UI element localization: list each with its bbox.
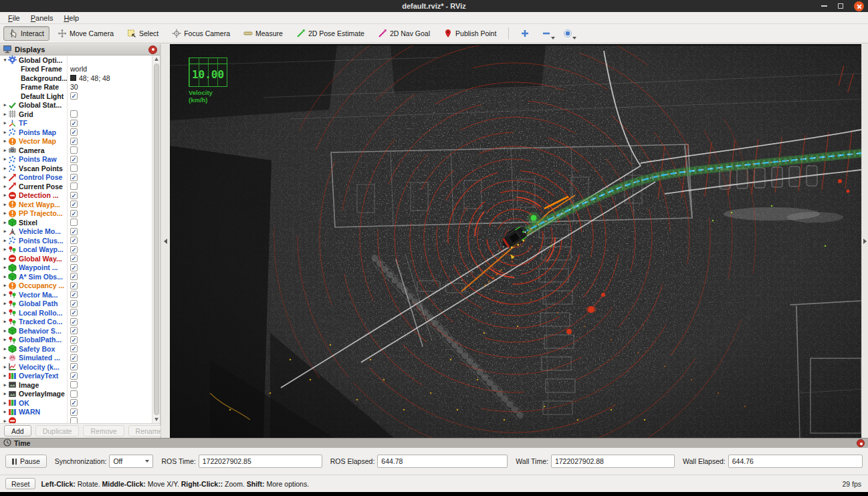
property-value[interactable]: 48; 48; 48 [79, 74, 110, 82]
tree-expand-icon[interactable]: ▸ [2, 292, 8, 297]
tree-expand-icon[interactable]: ▸ [2, 112, 8, 117]
tree-expand-icon[interactable]: ▸ [2, 319, 8, 324]
tree-expand-icon[interactable]: ▸ [2, 337, 8, 342]
publish-point-tool-button[interactable]: Publish Point [438, 26, 502, 41]
enabled-checkbox[interactable]: ✓ [70, 282, 78, 289]
display-row[interactable]: ▸Control Pose✓ [0, 173, 152, 182]
enabled-checkbox[interactable] [70, 219, 78, 226]
enabled-checkbox[interactable]: ✓ [70, 120, 78, 127]
enabled-checkbox[interactable]: ✓ [70, 192, 78, 199]
ros-time-input[interactable] [199, 455, 322, 468]
displays-scrollbar[interactable] [152, 55, 160, 423]
time-close-button[interactable] [857, 439, 865, 447]
menu-panels[interactable]: Panels [25, 13, 59, 23]
display-row[interactable]: ▸Stixel [0, 218, 152, 227]
pose-estimate-tool-button[interactable]: 2D Pose Estimate [291, 26, 370, 41]
display-row[interactable]: ▸GlobalPath...✓ [0, 336, 152, 345]
tree-expand-icon[interactable]: ▸ [2, 355, 8, 360]
display-row[interactable]: ▸Global Stat... [0, 101, 152, 110]
display-row[interactable]: ▸Detection ...✓ [0, 191, 152, 201]
enabled-checkbox[interactable] [70, 182, 78, 190]
pause-button[interactable]: Pause [5, 455, 47, 468]
display-row[interactable]: ▸A* Sim Obs...✓ [0, 272, 152, 281]
enabled-checkbox[interactable]: ✓ [70, 300, 78, 307]
display-row[interactable]: ▸Global Path✓ [0, 299, 152, 309]
measure-tool-button[interactable]: Measure [238, 26, 288, 41]
display-row[interactable]: ▸OverlayImage [0, 390, 152, 399]
display-row[interactable]: ▸OverlayText✓ [0, 372, 152, 381]
display-row[interactable]: ▸TF✓ [0, 119, 152, 128]
menu-file[interactable]: File [3, 13, 25, 23]
tree-expand-icon[interactable]: ▸ [2, 220, 8, 225]
enabled-checkbox[interactable] [70, 110, 78, 118]
tree-expand-icon[interactable]: ▾ [2, 57, 8, 63]
tree-expand-icon[interactable]: ▸ [2, 211, 8, 216]
display-row[interactable]: ▾Global Opti... [0, 55, 152, 65]
wall-elapsed-input[interactable] [728, 455, 863, 468]
display-row[interactable]: ▸WARN✓ [0, 408, 152, 417]
tree-expand-icon[interactable]: ▸ [2, 364, 8, 370]
display-row[interactable]: ▸Global Way...✓ [0, 254, 152, 263]
display-row[interactable]: ▸Occupancy ...✓ [0, 281, 152, 291]
display-row[interactable]: ▸Points Map✓ [0, 128, 152, 137]
enabled-checkbox[interactable]: ✓ [70, 309, 78, 316]
tree-expand-icon[interactable]: ▸ [2, 202, 8, 207]
tree-expand-icon[interactable]: ▸ [2, 283, 8, 288]
enabled-checkbox[interactable]: ✓ [70, 92, 78, 100]
enabled-checkbox[interactable]: ✓ [70, 174, 78, 181]
display-row[interactable]: ▸Simulated ...✓ [0, 354, 152, 363]
display-row[interactable]: ▸Points Clus...✓ [0, 236, 152, 245]
display-row[interactable]: ▸Vehicle Mo...✓ [0, 227, 152, 237]
tree-expand-icon[interactable]: ▸ [2, 156, 8, 162]
enabled-checkbox[interactable]: ✓ [70, 201, 78, 208]
enabled-checkbox[interactable]: ✓ [70, 372, 78, 380]
enabled-checkbox[interactable]: ✓ [70, 408, 78, 416]
enabled-checkbox[interactable] [70, 146, 78, 154]
tree-expand-icon[interactable]: ▸ [2, 310, 8, 316]
tree-expand-icon[interactable]: ▸ [2, 382, 8, 388]
wall-time-input[interactable] [551, 455, 675, 468]
enabled-checkbox[interactable]: ✓ [70, 327, 78, 334]
enabled-checkbox[interactable]: ✓ [70, 255, 78, 262]
display-row[interactable]: ▸Safety Box✓ [0, 344, 152, 354]
display-row[interactable]: ▸Local Wayp...✓ [0, 245, 152, 255]
tree-expand-icon[interactable]: ▸ [2, 148, 8, 153]
display-row[interactable]: ▸Grid [0, 110, 152, 119]
display-row[interactable]: ▸Next Wayp...✓ [0, 200, 152, 209]
display-row[interactable]: ▸Velocity (k...✓ [0, 362, 152, 372]
property-row[interactable]: Default Light✓ [0, 92, 152, 101]
display-row[interactable]: ▸Points Raw✓ [0, 155, 152, 164]
synchronization-dropdown[interactable]: Off [109, 455, 153, 468]
property-row[interactable]: Frame Rate30 [0, 83, 152, 92]
tree-expand-icon[interactable]: ▸ [2, 174, 8, 180]
tree-expand-icon[interactable]: ▸ [2, 301, 8, 306]
display-row[interactable]: ▸Image [0, 380, 152, 390]
enabled-checkbox[interactable]: ✓ [70, 399, 78, 406]
tree-expand-icon[interactable]: ▸ [2, 166, 8, 171]
enabled-checkbox[interactable]: ✓ [70, 246, 78, 253]
tree-expand-icon[interactable]: ▸ [2, 265, 8, 270]
remove-tool-button[interactable] [537, 26, 556, 41]
scroll-up-icon[interactable] [154, 57, 158, 61]
property-value[interactable]: 30 [70, 83, 78, 91]
tree-expand-icon[interactable]: ▸ [2, 274, 8, 279]
tree-expand-icon[interactable]: ▸ [2, 328, 8, 334]
enabled-checkbox[interactable]: ✓ [70, 363, 78, 370]
enabled-checkbox[interactable]: ✓ [70, 273, 78, 280]
enabled-checkbox[interactable]: ✓ [70, 128, 78, 136]
property-row[interactable]: Fixed Frameworld [0, 65, 152, 74]
interact-tool-button[interactable]: Interact [3, 26, 49, 41]
display-row[interactable]: ▸Local Rollo...✓ [0, 308, 152, 318]
enabled-checkbox[interactable] [70, 390, 78, 398]
enabled-checkbox[interactable]: ✓ [70, 345, 78, 352]
display-row[interactable]: ▸Current Pose [0, 182, 152, 191]
left-panel-splitter[interactable] [160, 44, 170, 438]
remove-display-button[interactable]: Remove [83, 425, 124, 437]
enabled-checkbox[interactable]: ✓ [70, 237, 78, 244]
tree-expand-icon[interactable]: ▸ [2, 247, 8, 252]
tree-expand-icon[interactable]: ▸ [2, 229, 8, 234]
enabled-checkbox[interactable]: ✓ [70, 336, 78, 344]
display-row[interactable]: ▸Behavior S...✓ [0, 326, 152, 336]
tree-expand-icon[interactable]: ▸ [2, 193, 8, 198]
display-row[interactable]: ▸PP Trajecto...✓ [0, 209, 152, 219]
